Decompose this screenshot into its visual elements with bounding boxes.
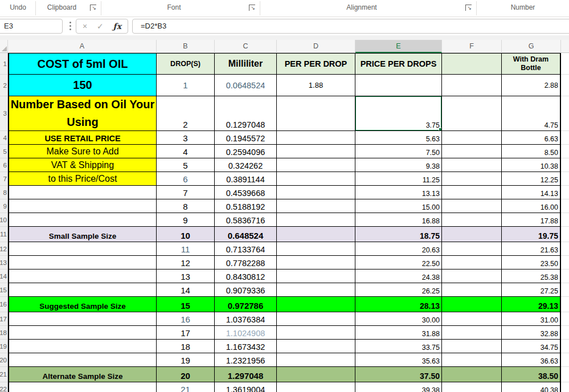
cell-D20[interactable]	[277, 353, 355, 367]
row-header-4[interactable]: 4	[0, 131, 8, 145]
cell-E3[interactable]: 3.75	[355, 96, 442, 131]
cell-D8[interactable]	[277, 186, 355, 199]
cell-D1[interactable]: PER PER DROP	[277, 53, 355, 75]
cell-A16[interactable]: Suggested Sample Size	[8, 297, 157, 312]
cell-C2[interactable]: 0.0648524	[215, 75, 277, 96]
cell-B9[interactable]: 8	[157, 199, 215, 213]
cell-B19[interactable]: 18	[157, 340, 215, 353]
cell-G10[interactable]: 17.88	[502, 213, 561, 227]
cell-F17[interactable]	[442, 312, 502, 326]
cell-F21[interactable]	[442, 367, 502, 382]
cell-D10[interactable]	[277, 213, 355, 227]
cell-E6[interactable]: 9.38	[355, 158, 442, 172]
cell-G14[interactable]: 25.38	[502, 270, 561, 283]
cell-C18[interactable]: 1.1024908	[215, 326, 277, 340]
cell-B17[interactable]: 16	[157, 312, 215, 326]
cell-D15[interactable]	[277, 283, 355, 297]
cell-G22[interactable]: 40.38	[502, 382, 561, 392]
cell-F3[interactable]	[442, 96, 502, 131]
cell-E11[interactable]: 18.75	[355, 227, 442, 242]
cell-B11[interactable]: 10	[157, 227, 215, 242]
cell-A17[interactable]	[8, 312, 157, 326]
row-header-1[interactable]: 1	[0, 53, 8, 75]
cell-D3[interactable]	[277, 96, 355, 131]
cell-A8[interactable]	[8, 186, 157, 199]
cell-E13[interactable]: 22.50	[355, 256, 442, 270]
cell-E8[interactable]: 13.13	[355, 186, 442, 199]
cell-C7[interactable]: 0.3891144	[215, 172, 277, 186]
cell-A2[interactable]: 150	[8, 75, 157, 96]
cell-G11[interactable]: 19.75	[502, 227, 561, 242]
cell-C22[interactable]: 1.3619004	[215, 382, 277, 392]
cell-G17[interactable]: 31.00	[502, 312, 561, 326]
cell-B14[interactable]: 13	[157, 270, 215, 283]
cell-C13[interactable]: 0.7782288	[215, 256, 277, 270]
cell-A18[interactable]	[8, 326, 157, 340]
cell-A3[interactable]: Number Based on Oil Your Using	[8, 96, 157, 131]
cell-F6[interactable]	[442, 158, 502, 172]
cell-G4[interactable]: 6.63	[502, 131, 561, 145]
cell-F20[interactable]	[442, 353, 502, 367]
cancel-icon[interactable]: ×	[83, 22, 87, 31]
cell-B4[interactable]: 3	[157, 131, 215, 145]
cell-C15[interactable]: 0.9079336	[215, 283, 277, 297]
cell-D4[interactable]	[277, 131, 355, 145]
cell-C19[interactable]: 1.1673432	[215, 340, 277, 353]
cell-F19[interactable]	[442, 340, 502, 353]
cell-E10[interactable]: 16.88	[355, 213, 442, 227]
insert-function-icon[interactable]: ƒx	[113, 22, 121, 31]
row-header-16[interactable]: 16	[0, 297, 8, 312]
row-header-6[interactable]: 6	[0, 158, 8, 172]
cell-C4[interactable]: 0.1945572	[215, 131, 277, 145]
cell-F12[interactable]	[442, 242, 502, 256]
cell-C5[interactable]: 0.2594096	[215, 145, 277, 158]
cell-D22[interactable]	[277, 382, 355, 392]
cell-B8[interactable]: 7	[157, 186, 215, 199]
column-header-A[interactable]: A	[8, 40, 157, 53]
cell-A19[interactable]	[8, 340, 157, 353]
cell-A15[interactable]	[8, 283, 157, 297]
cell-E2[interactable]	[355, 75, 442, 96]
cell-A21[interactable]: Alternate Sample Size	[8, 367, 157, 382]
cell-A1[interactable]: COST of 5ml OIL	[8, 53, 157, 75]
row-header-15[interactable]: 15	[0, 283, 8, 297]
cell-E4[interactable]: 5.63	[355, 131, 442, 145]
cell-D13[interactable]	[277, 256, 355, 270]
cell-D2[interactable]: 1.88	[277, 75, 355, 96]
clipboard-dialog-launcher-icon[interactable]: ↘	[90, 5, 96, 11]
cell-D16[interactable]	[277, 297, 355, 312]
alignment-dialog-launcher-icon[interactable]: ↘	[465, 5, 472, 11]
cell-D12[interactable]	[277, 242, 355, 256]
cell-F14[interactable]	[442, 270, 502, 283]
cell-A10[interactable]	[8, 213, 157, 227]
cell-C14[interactable]: 0.8430812	[215, 270, 277, 283]
column-header-G[interactable]: G	[502, 40, 561, 53]
column-header-E[interactable]: E	[355, 40, 442, 53]
cell-B16[interactable]: 15	[157, 297, 215, 312]
row-header-20[interactable]: 20	[0, 353, 8, 367]
cell-D14[interactable]	[277, 270, 355, 283]
cell-C10[interactable]: 0.5836716	[215, 213, 277, 227]
cell-B7[interactable]: 6	[157, 172, 215, 186]
cell-A4[interactable]: USE RETAIL PRICE	[8, 131, 157, 145]
cell-E16[interactable]: 28.13	[355, 297, 442, 312]
cell-A7[interactable]: to this Price/Cost	[8, 172, 157, 186]
cell-A22[interactable]	[8, 382, 157, 392]
cell-D7[interactable]	[277, 172, 355, 186]
row-header-5[interactable]: 5	[0, 145, 8, 158]
cell-E5[interactable]: 7.50	[355, 145, 442, 158]
cell-A5[interactable]: Make Sure to Add	[8, 145, 157, 158]
cell-D19[interactable]	[277, 340, 355, 353]
cell-G12[interactable]: 21.63	[502, 242, 561, 256]
cell-E15[interactable]: 26.25	[355, 283, 442, 297]
column-header-F[interactable]: F	[442, 40, 502, 53]
cell-D18[interactable]	[277, 326, 355, 340]
cell-D17[interactable]	[277, 312, 355, 326]
cell-B12[interactable]: 11	[157, 242, 215, 256]
cell-B18[interactable]: 17	[157, 326, 215, 340]
cell-A9[interactable]	[8, 199, 157, 213]
cell-E18[interactable]: 31.88	[355, 326, 442, 340]
row-header-17[interactable]: 17	[0, 312, 8, 326]
cell-C16[interactable]: 0.972786	[215, 297, 277, 312]
row-header-8[interactable]: 8	[0, 186, 8, 199]
